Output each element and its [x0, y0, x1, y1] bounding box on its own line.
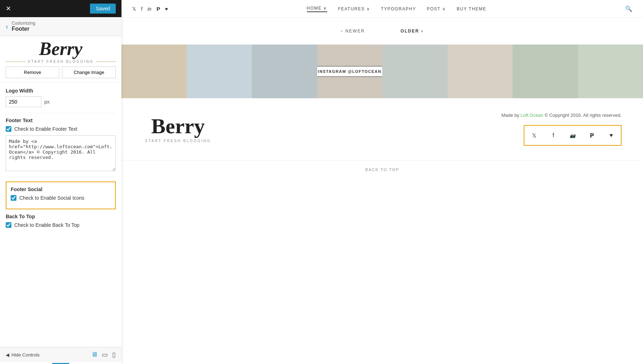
logo-tagline: START FRESH BLOGGING — [6, 60, 116, 64]
newer-arrow-icon: ‹ — [341, 29, 343, 34]
footer-logo-script: Berry — [143, 115, 213, 137]
footer-copyright-link[interactable]: Loft.Ocean — [520, 113, 543, 118]
desktop-icon[interactable]: 🖥 — [91, 351, 98, 359]
footer-copyright: Made by Loft.Ocean © Copyright 2016. All… — [502, 113, 622, 118]
remove-button[interactable]: Remove — [6, 66, 59, 78]
panel-content: Logo Width 250 px Footer Text Check to E… — [0, 82, 121, 347]
logo-script: Berry — [6, 40, 116, 58]
close-button[interactable]: ✕ — [6, 5, 11, 12]
logo-preview: Berry START FRESH BLOGGING Remove Change… — [0, 36, 121, 82]
older-arrow-icon: › — [421, 29, 423, 34]
newer-label: NEWER — [345, 29, 365, 34]
footer-copyright-suffix: © Copyright 2016. All rights reserved. — [544, 113, 622, 118]
back-to-top-section: Back To Top Check to Enable Back To Top — [6, 214, 116, 228]
nav-pinterest-icon[interactable]: 𝗣 — [156, 6, 160, 12]
hide-controls[interactable]: ◀ Hide Controls — [6, 352, 40, 358]
back-to-top-label: Back To Top — [6, 214, 116, 219]
instagram-cell-6 — [448, 45, 513, 98]
newer-nav[interactable]: ‹ NEWER — [341, 29, 365, 34]
site-footer: Berry START FRESH BLOGGING Made by Loft.… — [121, 98, 643, 160]
footer-social-checkbox[interactable] — [11, 195, 16, 201]
logo-width-label: Logo Width — [6, 88, 116, 94]
instagram-grid: INSTAGRAM @LOFTOCEAN — [121, 45, 643, 98]
back-to-top-bar[interactable]: BACK TO TOP — [121, 160, 643, 179]
footer-text-checkbox-row: Check to Enable Footer Text — [6, 126, 116, 132]
nav-instagram-icon[interactable]: in — [148, 6, 151, 12]
instagram-overlay: INSTAGRAM @LOFTOCEAN — [317, 66, 383, 77]
footer-heart-icon[interactable]: ♥ — [602, 126, 621, 145]
pagination-area: ‹ NEWER OLDER › — [121, 18, 643, 45]
footer-tagline: START FRESH BLOGGING — [143, 139, 213, 143]
instagram-cell-2 — [187, 45, 252, 98]
footer-text-label: Footer Text — [6, 118, 116, 123]
instagram-cell-8 — [578, 45, 643, 98]
footer-right: Made by Loft.Ocean © Copyright 2016. All… — [502, 113, 622, 146]
social-icons-box: 𝕏 f 📷 𝗣 ♥ — [524, 125, 622, 146]
footer-text-checkbox[interactable] — [6, 126, 11, 132]
device-icons: 🖥 ▭ ▯ — [91, 351, 116, 359]
nav-post[interactable]: POST ∨ — [427, 6, 446, 11]
top-bar: ✕ Saved — [0, 0, 121, 17]
right-panel: 𝕏 f in 𝗣 ♥ HOME ∨ FEATURES ∨ TYPOGRAPHY … — [121, 0, 643, 364]
footer-twitter-icon[interactable]: 𝕏 — [524, 126, 544, 145]
customizing-label: Customizing Footer — [12, 21, 35, 32]
back-to-top-checkbox[interactable] — [6, 222, 11, 228]
footer-instagram-icon[interactable]: 📷 — [563, 126, 582, 145]
footer-logo-area: Berry START FRESH BLOGGING — [143, 115, 213, 143]
search-icon[interactable]: 🔍 — [625, 5, 632, 12]
instagram-cell-3 — [252, 45, 317, 98]
bottom-bar: ◀ Hide Controls 🖥 ▭ ▯ — [0, 347, 121, 362]
logo-width-input[interactable]: 250 — [6, 96, 41, 107]
hide-controls-arrow-icon: ◀ — [6, 352, 9, 358]
hide-controls-label: Hide Controls — [11, 352, 40, 358]
nav-home[interactable]: HOME ∨ — [307, 6, 327, 12]
nav-buy-theme[interactable]: BUY THEME — [457, 6, 486, 11]
instagram-cell-1 — [121, 45, 187, 98]
nav-facebook-icon[interactable]: f — [141, 6, 143, 12]
instagram-cell-4: INSTAGRAM @LOFTOCEAN — [317, 45, 383, 98]
customizing-text: Customizing — [12, 21, 35, 26]
logo-buttons: Remove Change Image — [6, 66, 116, 78]
footer-social-label: Footer Social — [11, 186, 111, 192]
nav-typography[interactable]: TYPOGRAPHY — [381, 6, 416, 11]
customizing-header: ‹ Customizing Footer — [0, 17, 121, 36]
footer-text-checkbox-label: Check to Enable Footer Text — [14, 126, 77, 132]
logo-width-row: 250 px — [6, 96, 116, 107]
footer-social-section: Footer Social Check to Enable Social Ico… — [6, 181, 116, 209]
footer-facebook-icon[interactable]: f — [544, 126, 563, 145]
footer-social-checkbox-label: Check to Enable Social Icons — [19, 195, 84, 201]
footer-social-checkbox-row: Check to Enable Social Icons — [11, 195, 111, 201]
nav-links: HOME ∨ FEATURES ∨ TYPOGRAPHY POST ∨ BUY … — [307, 6, 487, 12]
back-to-top-checkbox-row: Check to Enable Back To Top — [6, 222, 116, 228]
footer-title: Footer — [12, 26, 35, 32]
saved-button[interactable]: Saved — [90, 4, 116, 14]
change-image-button[interactable]: Change Image — [62, 66, 116, 78]
px-label: px — [44, 99, 50, 105]
tablet-icon[interactable]: ▭ — [102, 351, 108, 359]
older-label: OLDER — [400, 29, 419, 34]
instagram-cell-7 — [513, 45, 578, 98]
mobile-icon[interactable]: ▯ — [112, 351, 116, 359]
back-arrow-icon[interactable]: ‹ — [6, 23, 8, 31]
footer-pinterest-icon[interactable]: 𝗣 — [582, 126, 602, 145]
nav-heart-icon[interactable]: ♥ — [165, 6, 168, 12]
bottom-device-underline — [0, 362, 121, 364]
older-nav[interactable]: OLDER › — [400, 29, 423, 34]
back-to-top-label: BACK TO TOP — [365, 168, 399, 172]
nav-twitter-icon[interactable]: 𝕏 — [132, 6, 136, 12]
footer-text-textarea[interactable]: Made by <a href="http://www.loftocean.co… — [6, 135, 116, 171]
left-panel: ✕ Saved ‹ Customizing Footer Berry START… — [0, 0, 121, 364]
site-nav: 𝕏 f in 𝗣 ♥ HOME ∨ FEATURES ∨ TYPOGRAPHY … — [121, 0, 643, 18]
instagram-cell-5 — [382, 45, 448, 98]
nav-features[interactable]: FEATURES ∨ — [338, 6, 370, 11]
nav-social-icons: 𝕏 f in 𝗣 ♥ — [132, 6, 168, 12]
back-to-top-checkbox-label: Check to Enable Back To Top — [14, 222, 79, 228]
